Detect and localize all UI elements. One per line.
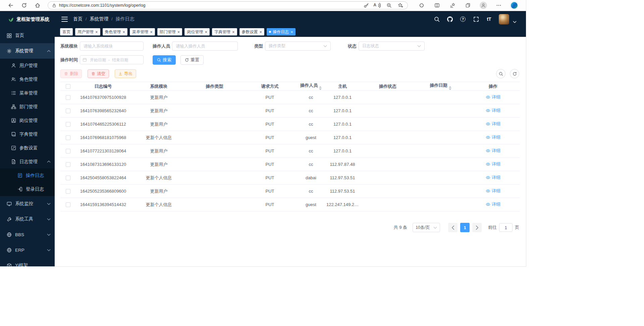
tab-role-management[interactable]: 角色管理×	[103, 28, 128, 36]
sidebar-toggle-icon[interactable]	[61, 17, 68, 22]
sidebar-item-menu-management[interactable]: 菜单管理	[0, 86, 55, 100]
tab-close-icon[interactable]: ×	[290, 30, 293, 34]
tab-menu-management[interactable]: 菜单管理×	[130, 28, 155, 36]
breadcrumb-system-management[interactable]: 系统管理	[90, 16, 108, 22]
date-range-picker[interactable]: -	[80, 55, 144, 64]
tab-dept-management[interactable]: 部门管理×	[157, 28, 182, 36]
tab-user-management[interactable]: 用户管理×	[75, 28, 100, 36]
browser-profile-avatar[interactable]	[476, 1, 491, 10]
sidebar-item-bbs[interactable]: BBS	[0, 227, 55, 242]
detail-link[interactable]: 详细	[486, 175, 500, 181]
refresh-table-button[interactable]	[510, 69, 519, 78]
bing-copilot-icon[interactable]: b	[506, 1, 522, 10]
page-size-select[interactable]: 10条/页	[413, 223, 440, 232]
home-icon[interactable]	[31, 1, 44, 10]
prev-page-button[interactable]	[448, 223, 458, 232]
sidebar-item-system-monitor[interactable]: 系统监控	[0, 196, 55, 211]
tab-close-icon[interactable]: ×	[123, 30, 125, 34]
detail-link[interactable]: 详细	[486, 121, 500, 127]
detail-link[interactable]: 详细	[486, 188, 500, 194]
row-checkbox[interactable]	[66, 95, 70, 100]
toggle-search-button[interactable]	[496, 69, 505, 78]
tab-param-settings[interactable]: 参数设置×	[239, 28, 265, 36]
read-aloud-icon[interactable]: A	[372, 2, 383, 9]
search-button[interactable]: 搜索	[153, 55, 176, 65]
browser-menu-ellipsis-icon[interactable]	[491, 1, 506, 10]
row-checkbox[interactable]	[66, 109, 70, 113]
tab-close-icon[interactable]: ×	[232, 30, 235, 34]
select-all-checkbox[interactable]	[66, 84, 70, 89]
type-select[interactable]: 操作类型	[265, 42, 331, 51]
fullscreen-icon[interactable]	[471, 14, 481, 24]
row-checkbox[interactable]	[66, 135, 70, 140]
sidebar-item-system-tools[interactable]: 系统工具	[0, 211, 55, 227]
row-checkbox[interactable]	[66, 162, 70, 167]
next-page-button[interactable]	[472, 223, 482, 232]
detail-link[interactable]: 详细	[486, 161, 500, 167]
sidebar-item-login-log[interactable]: 登录日志	[0, 182, 55, 196]
end-date-input[interactable]	[110, 58, 130, 62]
detail-link[interactable]: 详细	[486, 108, 500, 114]
back-icon[interactable]	[4, 1, 17, 10]
row-checkbox[interactable]	[66, 149, 70, 153]
sort-icon[interactable]	[319, 86, 322, 90]
collections-icon[interactable]	[460, 1, 476, 10]
split-screen-icon[interactable]	[429, 1, 445, 10]
delete-button[interactable]: 删除	[60, 69, 82, 78]
github-icon[interactable]	[445, 14, 454, 24]
tab-close-icon[interactable]: ×	[177, 30, 180, 34]
sidebar-item-post-management[interactable]: 岗位管理	[0, 114, 55, 127]
export-button[interactable]: 导出	[115, 69, 136, 78]
search-icon[interactable]	[432, 14, 441, 24]
breadcrumb-home[interactable]: 首页	[73, 16, 83, 22]
page-number-current[interactable]: 1	[460, 223, 470, 232]
clear-button[interactable]: 清空	[88, 69, 109, 78]
sidebar-item-user-management[interactable]: 用户管理	[0, 59, 55, 72]
reset-button[interactable]: 重置	[180, 55, 204, 65]
sidebar-item-yi-framework[interactable]: Yi框架	[0, 258, 55, 266]
sidebar-item-role-management[interactable]: 角色管理	[0, 72, 55, 86]
detail-link[interactable]: 详细	[486, 134, 500, 140]
col-date[interactable]: 操作日期	[415, 82, 466, 91]
detail-link[interactable]: 详细	[486, 94, 500, 100]
sidebar-item-home[interactable]: 首页	[0, 28, 55, 43]
tab-operation-log[interactable]: 操作日志×	[267, 28, 296, 36]
chevron-down-icon[interactable]	[513, 21, 517, 23]
user-avatar[interactable]	[499, 14, 509, 24]
tab-post-management[interactable]: 岗位管理×	[184, 28, 210, 36]
tab-close-icon[interactable]: ×	[205, 30, 207, 34]
row-checkbox[interactable]	[66, 122, 70, 127]
row-checkbox[interactable]	[66, 176, 70, 180]
favorites-icon[interactable]	[445, 1, 460, 10]
sidebar-item-operation-log[interactable]: 操作日志	[0, 169, 55, 182]
tab-close-icon[interactable]: ×	[150, 30, 153, 34]
tab-close-icon[interactable]: ×	[260, 30, 262, 34]
sidebar-item-log-management[interactable]: 日志管理	[0, 155, 55, 169]
detail-link[interactable]: 详细	[486, 201, 500, 207]
sort-icon[interactable]	[449, 86, 451, 90]
tab-home[interactable]: 首页	[60, 28, 73, 36]
detail-link[interactable]: 详细	[486, 148, 500, 154]
row-checkbox[interactable]	[66, 202, 70, 207]
module-input[interactable]	[84, 44, 140, 49]
sidebar-item-dept-management[interactable]: 部门管理	[0, 100, 55, 114]
tab-dict-management[interactable]: 字典管理×	[212, 28, 237, 36]
goto-page-input[interactable]	[499, 223, 513, 232]
col-operator[interactable]: 操作人员	[298, 82, 324, 91]
password-key-icon[interactable]	[361, 2, 372, 9]
url-bar[interactable]: https://ccnetcore.com:1101/system/log/op…	[48, 1, 408, 9]
operator-input[interactable]	[176, 44, 234, 49]
sidebar-item-erp[interactable]: ERP	[0, 242, 55, 258]
tab-close-icon[interactable]: ×	[95, 30, 98, 34]
row-checkbox[interactable]	[66, 189, 70, 194]
start-date-input[interactable]	[88, 58, 108, 62]
font-size-icon[interactable]: tT	[484, 14, 494, 24]
add-favorite-icon[interactable]	[395, 2, 406, 9]
sidebar-item-dict-management[interactable]: 字典管理	[0, 127, 55, 141]
help-icon[interactable]: ?	[458, 14, 468, 24]
zoom-out-icon[interactable]	[383, 2, 395, 9]
sidebar-item-system-management[interactable]: 系统管理	[0, 43, 55, 59]
status-select[interactable]: 日志状态	[359, 42, 425, 51]
refresh-icon[interactable]	[17, 1, 31, 10]
extensions-icon[interactable]	[414, 1, 429, 10]
